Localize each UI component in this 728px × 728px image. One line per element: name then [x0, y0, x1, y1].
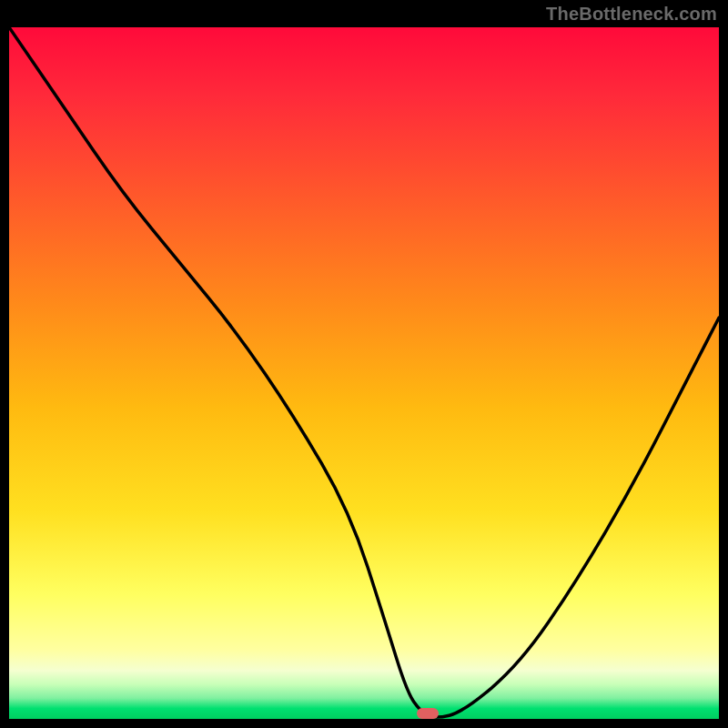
chart-frame: [9, 27, 719, 719]
plot-area: [9, 27, 719, 719]
optimal-marker: [417, 708, 439, 719]
watermark: TheBottleneck.com: [546, 4, 717, 25]
gradient-background: [9, 27, 719, 719]
